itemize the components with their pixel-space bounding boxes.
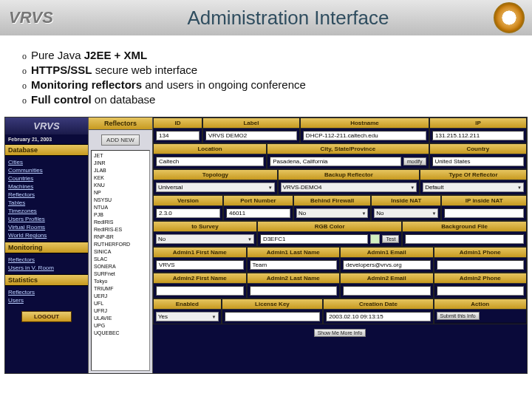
input-admin2-first-name[interactable] — [156, 286, 244, 296]
list-item[interactable]: SONERA — [94, 263, 147, 270]
field-label: Admin1 Phone — [434, 248, 527, 258]
page-title: Administration Interface — [53, 7, 523, 30]
field-label: ID — [154, 118, 202, 129]
list-item[interactable]: SLAC — [94, 256, 147, 263]
list-item[interactable]: UFRJ — [94, 307, 147, 315]
list-item[interactable]: KNU — [94, 182, 147, 189]
field-label: Admin2 First Name — [154, 273, 246, 284]
sidebar-link[interactable]: Virtual Rooms — [8, 223, 85, 231]
input-port-number[interactable]: 46011 — [226, 208, 290, 218]
list-item[interactable]: UQUEBEC — [94, 330, 147, 337]
list-item[interactable]: JINR — [94, 160, 147, 167]
input-admin1-first-name[interactable]: VRVS — [156, 260, 244, 270]
sidebar-link[interactable]: Timezones — [8, 207, 85, 215]
list-item[interactable]: NTUA — [94, 204, 147, 211]
color-swatch — [370, 234, 380, 244]
input-admin1-last-name[interactable]: Team — [250, 260, 338, 270]
field-label: Hostname — [301, 118, 429, 129]
show-more-info-button[interactable]: Show Me More Info — [314, 329, 366, 337]
sidebar-link[interactable]: Reflectors — [8, 191, 85, 199]
list-item[interactable]: RNP-BR — [94, 233, 147, 241]
field-label: Port Number — [224, 196, 293, 206]
input-city-state-province[interactable]: Pasadena, California — [270, 157, 401, 166]
list-item[interactable]: UERJ — [94, 293, 147, 300]
field-label: IP inside NAT — [442, 196, 526, 206]
list-item[interactable]: ULAVIE — [94, 315, 147, 322]
list-item[interactable]: RedIRIS — [94, 219, 147, 226]
select-behind-firewall[interactable]: No — [296, 208, 368, 218]
sidebar-section-statistics: Statistics — [5, 274, 88, 286]
sidebar-link[interactable]: Machines — [8, 183, 85, 191]
select-type-of-reflector[interactable]: Default — [423, 183, 524, 192]
list-item[interactable]: Tokyo — [94, 278, 147, 285]
admin-interface-screenshot: VRVS February 21, 2003 Database CitiesCo… — [4, 117, 528, 374]
field-label: RGB Color — [258, 222, 401, 232]
sidebar-link[interactable]: Cities — [8, 158, 85, 166]
logout-button[interactable]: LOGOUT — [21, 311, 72, 322]
input-label[interactable]: VRVS DEMO2 — [205, 131, 297, 140]
input-admin1-email[interactable]: developers@vrvs.org — [343, 260, 431, 270]
list-item[interactable]: KEK — [94, 174, 147, 182]
add-new-button[interactable]: ADD NEW — [101, 134, 140, 146]
input-ip-inside-nat[interactable] — [444, 208, 524, 218]
list-item[interactable]: JET — [94, 152, 147, 160]
list-item[interactable]: UPG — [94, 322, 147, 330]
input-hostname[interactable]: DHCP-112-211.caltech.edu — [303, 131, 426, 140]
sidebar-link[interactable]: Users — [8, 296, 85, 304]
list-item[interactable]: NP — [94, 189, 147, 197]
select-enabled[interactable]: Yes — [156, 312, 219, 321]
list-item[interactable]: NSYSU — [94, 197, 147, 204]
list-item[interactable]: UFL — [94, 300, 147, 307]
list-item[interactable]: RUTHERFORD — [94, 241, 147, 248]
sidebar-link[interactable]: Communities — [8, 166, 85, 174]
input-id[interactable]: 134 — [156, 131, 200, 140]
test-button[interactable]: Test — [382, 235, 399, 243]
app-logo: VRVS — [9, 8, 53, 27]
input-version[interactable]: 2.3.0 — [156, 208, 220, 218]
list-item[interactable]: RedIRIS-ES — [94, 226, 147, 233]
sidebar-link[interactable]: Reflectors — [8, 256, 85, 264]
input-country[interactable]: United States — [432, 157, 524, 166]
select-inside-nat[interactable]: No — [374, 208, 438, 218]
sidebar-section-monitoring: Monitoring — [5, 242, 88, 253]
input-admin2-phone[interactable] — [437, 286, 525, 296]
submit-this-info-button[interactable]: Submit this Info — [437, 312, 480, 320]
reflector-list[interactable]: JETJINRJLABKEKKNUNPNSYSUNTUAPJBRedIRISRe… — [91, 150, 150, 371]
input-ip[interactable]: 131.215.112.211 — [432, 131, 524, 140]
list-item[interactable]: PJB — [94, 211, 147, 219]
input-rgb-color[interactable]: D3EFC1 — [260, 234, 369, 244]
field-label: License Key — [222, 299, 323, 310]
input-location[interactable]: Caltech — [156, 157, 264, 166]
sidebar-link[interactable]: Users in V. Room — [8, 264, 85, 272]
list-item[interactable]: SINICA — [94, 248, 147, 256]
input-creation-date[interactable]: 2003.02.10 09:13:15 — [326, 312, 430, 321]
field-label: Admin2 Email — [341, 273, 433, 284]
select-backup-reflector[interactable]: VRVS-DEMO4 — [281, 183, 417, 192]
input-license-key[interactable] — [225, 312, 321, 321]
input-background-file[interactable] — [405, 234, 524, 244]
sidebar-section-database: Database — [5, 144, 88, 156]
bullet-list: oPure Java J2EE + XML oHTTPS/SSL secure … — [0, 35, 532, 117]
field-label: Admin1 First Name — [154, 248, 246, 258]
field-label: to Survey — [154, 222, 256, 232]
field-label: IP — [430, 118, 526, 129]
sidebar-link[interactable]: Tables — [8, 199, 85, 207]
list-item[interactable]: TRIUMF — [94, 285, 147, 293]
field-label: Behind Firewall — [294, 196, 370, 206]
list-item[interactable]: JLAB — [94, 167, 147, 174]
modify-button[interactable]: modify — [403, 157, 426, 166]
sidebar-link[interactable]: Users Profiles — [8, 215, 85, 223]
select-to-survey[interactable]: No — [156, 234, 254, 244]
select-topology[interactable]: Universal — [156, 183, 275, 192]
sidebar-link[interactable]: Reflectors — [8, 288, 85, 296]
field-label: Country — [430, 144, 526, 154]
field-label: Admin1 Email — [341, 248, 433, 258]
input-admin2-email[interactable] — [343, 286, 431, 296]
field-label: Action — [434, 299, 527, 310]
sidebar-link[interactable]: Countries — [8, 174, 85, 183]
list-item[interactable]: SURFnet — [94, 270, 147, 278]
input-admin2-last-name[interactable] — [250, 286, 338, 296]
input-admin1-phone[interactable] — [437, 260, 525, 270]
sidebar-link[interactable]: World Regions — [8, 231, 85, 239]
sidebar-logo: VRVS — [33, 120, 59, 132]
